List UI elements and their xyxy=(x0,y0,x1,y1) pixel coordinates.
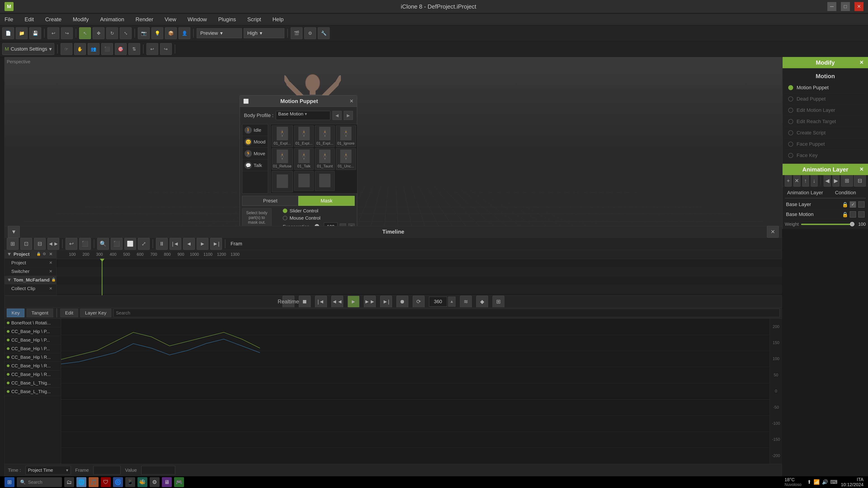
undo-button[interactable]: ↩ xyxy=(48,27,59,39)
mouse-control-radio[interactable] xyxy=(283,216,287,220)
puppet-btn-3[interactable]: 👥 xyxy=(88,43,99,55)
track-collect-clip[interactable]: Collect Clip ✕ xyxy=(9,285,56,293)
open-button[interactable]: 📁 xyxy=(16,27,28,39)
cat-idle[interactable]: 🚶 Idle xyxy=(242,124,268,136)
custom-settings-dropdown[interactable]: M Custom Settings ▾ xyxy=(2,43,54,55)
frame-up-btn[interactable]: ▲ xyxy=(448,297,456,306)
modify-close-icon[interactable]: ✕ xyxy=(860,60,864,66)
menu-create[interactable]: Create xyxy=(43,15,64,24)
anim-layer-close-icon[interactable]: ✕ xyxy=(860,166,864,172)
track-tom-lock-icon[interactable]: 🔒 xyxy=(51,278,56,283)
track-project-eye-icon[interactable]: ⊙ xyxy=(43,252,48,257)
edit-button[interactable]: Edit xyxy=(60,308,78,317)
tl-btn-4[interactable]: ◄► xyxy=(48,238,59,250)
move-button[interactable]: ✥ xyxy=(93,27,104,39)
settings-button[interactable]: ⚙ xyxy=(304,27,316,39)
frame-count-input[interactable] xyxy=(429,297,447,306)
modify-face-key[interactable]: Face Key xyxy=(785,150,866,161)
puppet-btn-2[interactable]: ✋ xyxy=(74,43,86,55)
new-button[interactable]: 📄 xyxy=(2,27,14,39)
al-btn-2[interactable]: ✕ xyxy=(794,175,800,187)
menu-animation[interactable]: Animation xyxy=(98,15,127,24)
puppet-btn-4[interactable]: ⬛ xyxy=(101,43,113,55)
motion-item-10[interactable] xyxy=(315,171,335,191)
mask-tab[interactable]: Mask xyxy=(298,196,355,206)
next-frame-button[interactable]: ►| xyxy=(380,296,392,307)
system-icon-1[interactable]: ⬆ xyxy=(807,479,811,485)
puppet-btn-6[interactable]: ⇅ xyxy=(128,43,140,55)
taskbar-app-10[interactable]: 🎮 xyxy=(174,477,184,487)
graph-track-8[interactable]: CC_Base_L_Thig... xyxy=(4,387,61,396)
taskbar-app-6[interactable]: 📱 xyxy=(125,477,135,487)
layer-key-button[interactable]: Layer Key xyxy=(80,308,111,317)
menu-help[interactable]: Help xyxy=(270,15,286,24)
preset-tab[interactable]: Preset xyxy=(242,196,298,206)
taskbar-app-3[interactable]: 🎵 xyxy=(89,477,98,487)
modify-motion-puppet[interactable]: Motion Puppet xyxy=(785,82,866,93)
close-button[interactable]: ✕ xyxy=(855,2,864,11)
base-motion-row[interactable]: Base Motion 🔒 xyxy=(785,209,866,219)
motion-item-7[interactable]: 🕴 01_Unc... xyxy=(336,148,356,170)
tl-btn-5[interactable]: ↩ xyxy=(66,238,77,250)
track-switcher-close-icon[interactable]: ✕ xyxy=(49,269,54,274)
graph-track-0[interactable]: BoneRoot \ Rotati... xyxy=(4,319,61,327)
cat-talk[interactable]: 💬 Talk xyxy=(242,160,268,171)
prev-frame-button[interactable]: |◄ xyxy=(315,296,327,307)
base-layer-check[interactable]: ✓ xyxy=(850,201,856,207)
timeline-tracks-area[interactable]: 100 200 300 400 500 600 700 800 900 1000… xyxy=(57,250,782,295)
track-transform-close-icon[interactable]: ✕ xyxy=(49,295,54,295)
character-button[interactable]: 👤 xyxy=(179,27,190,39)
base-motion-lock-icon[interactable]: 🔒 xyxy=(842,212,847,217)
exaggeration-thumb[interactable] xyxy=(315,224,319,226)
al-btn-4[interactable]: ↓ xyxy=(811,175,817,187)
system-icon-3[interactable]: 🔊 xyxy=(822,479,828,485)
tl-btn-2[interactable]: ⊡ xyxy=(20,238,32,250)
taskbar-app-4[interactable]: 🛡 xyxy=(101,477,111,487)
al-btn-6[interactable]: ▶ xyxy=(833,175,839,187)
track-project-sub-close-icon[interactable]: ✕ xyxy=(49,260,54,265)
maximize-button[interactable]: □ xyxy=(841,2,850,11)
modify-create-script[interactable]: Create Script xyxy=(785,127,866,138)
tl-btn-15[interactable]: ►| xyxy=(210,238,222,250)
graph-track-6[interactable]: CC_Base_Hip \ R... xyxy=(4,370,61,379)
modify-face-puppet[interactable]: Face Puppet xyxy=(785,138,866,150)
loop-button[interactable]: ⟳ xyxy=(413,296,425,307)
step-back-button[interactable]: ◄◄ xyxy=(331,296,343,307)
base-layer-lock-icon[interactable]: 🔒 xyxy=(842,202,847,207)
body-profile-prev[interactable]: ◀ xyxy=(333,111,342,120)
menu-view[interactable]: View xyxy=(162,15,179,24)
track-project-group[interactable]: ▼ Project 🔒 ⊙ ✕ xyxy=(4,250,56,259)
camera-button[interactable]: 📷 xyxy=(138,27,150,39)
graph-track-4[interactable]: CC_Base_Hip \ R... xyxy=(4,353,61,362)
track-switcher-item[interactable]: Switcher ✕ xyxy=(9,267,56,276)
tl-btn-3[interactable]: ⊟ xyxy=(34,238,46,250)
viewport-3d[interactable]: Perspective ⬜ Motion Puppet ✕ Body Profi… xyxy=(4,57,782,226)
menu-plugins[interactable]: Plugins xyxy=(216,15,238,24)
redo-button[interactable]: ↪ xyxy=(61,27,73,39)
motion-item-4[interactable]: 🕴 01_Refuse xyxy=(272,148,293,170)
preview-dropdown[interactable]: Preview ▾ xyxy=(197,28,242,38)
menu-edit[interactable]: Edit xyxy=(22,15,36,24)
puppet-btn-1[interactable]: ☞ xyxy=(61,43,72,55)
base-motion-check-2[interactable] xyxy=(858,211,865,218)
render-button[interactable]: 🎬 xyxy=(291,27,303,39)
motion-item-1[interactable]: 🕴 01_Expl... xyxy=(294,125,314,147)
graph-track-7[interactable]: CC_Base_L_Thig... xyxy=(4,379,61,387)
light-button[interactable]: 💡 xyxy=(151,27,163,39)
start-icon[interactable]: ⊞ xyxy=(4,477,14,487)
exaggeration-inc[interactable]: ▲ xyxy=(340,223,346,226)
menu-render[interactable]: Render xyxy=(133,15,156,24)
exaggeration-dec[interactable]: ▼ xyxy=(348,223,355,226)
anim-btn-2[interactable]: ↪ xyxy=(160,43,172,55)
taskbar-app-8[interactable]: ⚙ xyxy=(150,477,160,487)
prop-button[interactable]: 📦 xyxy=(165,27,177,39)
exaggeration-value[interactable]: 100 xyxy=(324,223,338,226)
slider-control-radio[interactable] xyxy=(283,208,287,213)
motion-item-8[interactable] xyxy=(272,171,293,192)
step-forward-button[interactable]: ►► xyxy=(364,296,376,307)
track-tom-group[interactable]: ▼ Tom_McFarland 🔒 ⊙ ✕ xyxy=(4,276,56,285)
tl-btn-10[interactable]: ⤢ xyxy=(138,238,150,250)
motion-item-3[interactable]: 🕴 01_Ignore xyxy=(336,125,356,147)
motion-item-9[interactable] xyxy=(294,171,314,191)
menu-modify[interactable]: Modify xyxy=(70,15,91,24)
